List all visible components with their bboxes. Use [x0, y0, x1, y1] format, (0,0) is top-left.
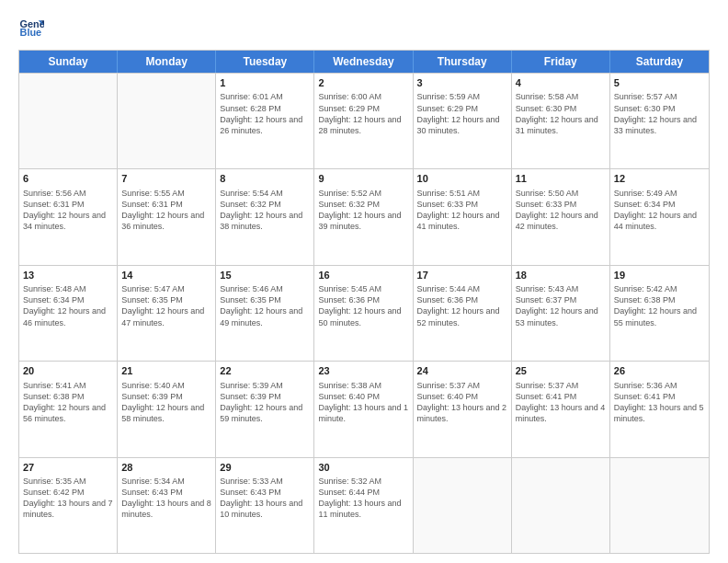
- calendar-day-18: 18Sunrise: 5:43 AMSunset: 6:37 PMDayligh…: [512, 266, 610, 361]
- sunset-text: Sunset: 6:39 PM: [220, 391, 310, 402]
- calendar-day-25: 25Sunrise: 5:37 AMSunset: 6:41 PMDayligh…: [512, 362, 610, 456]
- sunrise-text: Sunrise: 5:59 AM: [417, 91, 507, 102]
- sunset-text: Sunset: 6:33 PM: [516, 199, 606, 210]
- calendar-day-9: 9Sunrise: 5:52 AMSunset: 6:32 PMDaylight…: [314, 169, 413, 264]
- sunset-text: Sunset: 6:41 PM: [516, 391, 606, 402]
- header: General Blue: [18, 15, 710, 40]
- sunrise-text: Sunrise: 5:42 AM: [614, 283, 705, 294]
- header-day-saturday: Saturday: [610, 51, 709, 73]
- sunset-text: Sunset: 6:30 PM: [516, 103, 606, 114]
- sunrise-text: Sunrise: 5:49 AM: [614, 188, 705, 199]
- sunset-text: Sunset: 6:39 PM: [121, 391, 211, 402]
- calendar-day-5: 5Sunrise: 5:57 AMSunset: 6:30 PMDaylight…: [610, 74, 709, 168]
- calendar-day-29: 29Sunrise: 5:33 AMSunset: 6:43 PMDayligh…: [216, 458, 314, 553]
- calendar-week-3: 13Sunrise: 5:48 AMSunset: 6:34 PMDayligh…: [19, 265, 709, 361]
- calendar-week-2: 6Sunrise: 5:56 AMSunset: 6:31 PMDaylight…: [19, 168, 709, 264]
- day-number: 21: [121, 364, 211, 378]
- daylight-text: Daylight: 12 hours and 50 minutes.: [318, 305, 408, 327]
- calendar-day-2: 2Sunrise: 6:00 AMSunset: 6:29 PMDaylight…: [314, 74, 413, 168]
- daylight-text: Daylight: 12 hours and 56 minutes.: [23, 402, 113, 424]
- day-number: 26: [614, 364, 705, 378]
- daylight-text: Daylight: 12 hours and 38 minutes.: [220, 210, 310, 232]
- day-number: 17: [417, 269, 507, 282]
- sunrise-text: Sunrise: 5:55 AM: [121, 188, 211, 199]
- calendar-day-11: 11Sunrise: 5:50 AMSunset: 6:33 PMDayligh…: [512, 169, 610, 264]
- calendar-empty-cell: [118, 74, 216, 168]
- sunset-text: Sunset: 6:38 PM: [614, 294, 705, 305]
- daylight-text: Daylight: 12 hours and 26 minutes.: [220, 114, 310, 136]
- sunset-text: Sunset: 6:36 PM: [318, 294, 408, 305]
- header-day-thursday: Thursday: [414, 51, 512, 73]
- day-number: 8: [220, 172, 310, 186]
- sunrise-text: Sunrise: 5:43 AM: [516, 283, 606, 294]
- header-day-tuesday: Tuesday: [216, 51, 314, 73]
- calendar-week-1: 1Sunrise: 6:01 AMSunset: 6:28 PMDaylight…: [19, 73, 709, 168]
- daylight-text: Daylight: 13 hours and 7 minutes.: [23, 498, 113, 520]
- daylight-text: Daylight: 12 hours and 53 minutes.: [516, 305, 606, 327]
- day-number: 9: [318, 172, 408, 186]
- daylight-text: Daylight: 12 hours and 31 minutes.: [516, 114, 606, 136]
- daylight-text: Daylight: 13 hours and 5 minutes.: [614, 402, 705, 424]
- header-day-sunday: Sunday: [19, 51, 118, 73]
- calendar-day-4: 4Sunrise: 5:58 AMSunset: 6:30 PMDaylight…: [512, 74, 610, 168]
- sunset-text: Sunset: 6:40 PM: [417, 391, 507, 402]
- sunrise-text: Sunrise: 5:41 AM: [23, 380, 113, 391]
- sunset-text: Sunset: 6:44 PM: [318, 487, 408, 498]
- sunset-text: Sunset: 6:41 PM: [614, 391, 705, 402]
- calendar-empty-cell: [610, 458, 709, 553]
- calendar-day-1: 1Sunrise: 6:01 AMSunset: 6:28 PMDaylight…: [216, 74, 314, 168]
- calendar-day-17: 17Sunrise: 5:44 AMSunset: 6:36 PMDayligh…: [414, 266, 512, 361]
- sunrise-text: Sunrise: 5:44 AM: [417, 283, 507, 294]
- daylight-text: Daylight: 12 hours and 46 minutes.: [23, 305, 113, 327]
- calendar-day-3: 3Sunrise: 5:59 AMSunset: 6:29 PMDaylight…: [414, 74, 512, 168]
- day-number: 12: [614, 172, 705, 186]
- day-number: 22: [220, 364, 310, 378]
- day-number: 3: [417, 76, 507, 90]
- daylight-text: Daylight: 12 hours and 55 minutes.: [614, 305, 705, 327]
- sunrise-text: Sunrise: 5:39 AM: [220, 380, 310, 391]
- sunrise-text: Sunrise: 6:01 AM: [220, 91, 310, 102]
- daylight-text: Daylight: 12 hours and 47 minutes.: [121, 305, 211, 327]
- day-number: 18: [516, 269, 606, 282]
- calendar-day-15: 15Sunrise: 5:46 AMSunset: 6:35 PMDayligh…: [216, 266, 314, 361]
- calendar-header-row: SundayMondayTuesdayWednesdayThursdayFrid…: [19, 51, 709, 73]
- day-number: 23: [318, 364, 408, 378]
- daylight-text: Daylight: 12 hours and 30 minutes.: [417, 114, 507, 136]
- sunset-text: Sunset: 6:37 PM: [516, 294, 606, 305]
- calendar-day-22: 22Sunrise: 5:39 AMSunset: 6:39 PMDayligh…: [216, 362, 314, 456]
- sunset-text: Sunset: 6:40 PM: [318, 391, 408, 402]
- daylight-text: Daylight: 13 hours and 2 minutes.: [417, 402, 507, 424]
- sunrise-text: Sunrise: 5:33 AM: [220, 476, 310, 487]
- calendar-day-13: 13Sunrise: 5:48 AMSunset: 6:34 PMDayligh…: [19, 266, 118, 361]
- calendar-day-23: 23Sunrise: 5:38 AMSunset: 6:40 PMDayligh…: [314, 362, 413, 456]
- calendar-day-27: 27Sunrise: 5:35 AMSunset: 6:42 PMDayligh…: [19, 458, 118, 553]
- day-number: 25: [516, 364, 606, 378]
- daylight-text: Daylight: 13 hours and 11 minutes.: [318, 498, 408, 520]
- calendar-day-6: 6Sunrise: 5:56 AMSunset: 6:31 PMDaylight…: [19, 169, 118, 264]
- sunrise-text: Sunrise: 5:58 AM: [516, 91, 606, 102]
- calendar-day-19: 19Sunrise: 5:42 AMSunset: 6:38 PMDayligh…: [610, 266, 709, 361]
- sunrise-text: Sunrise: 6:00 AM: [318, 91, 408, 102]
- daylight-text: Daylight: 12 hours and 59 minutes.: [220, 402, 310, 424]
- daylight-text: Daylight: 12 hours and 58 minutes.: [121, 402, 211, 424]
- day-number: 14: [121, 269, 211, 282]
- sunset-text: Sunset: 6:29 PM: [318, 103, 408, 114]
- sunrise-text: Sunrise: 5:37 AM: [417, 380, 507, 391]
- calendar-day-24: 24Sunrise: 5:37 AMSunset: 6:40 PMDayligh…: [414, 362, 512, 456]
- sunset-text: Sunset: 6:42 PM: [23, 487, 113, 498]
- sunset-text: Sunset: 6:43 PM: [121, 487, 211, 498]
- sunset-text: Sunset: 6:36 PM: [417, 294, 507, 305]
- daylight-text: Daylight: 13 hours and 10 minutes.: [220, 498, 310, 520]
- sunset-text: Sunset: 6:31 PM: [23, 199, 113, 210]
- day-number: 20: [23, 364, 113, 378]
- page: General Blue SundayMondayTuesdayWednesda…: [0, 0, 728, 563]
- calendar-day-8: 8Sunrise: 5:54 AMSunset: 6:32 PMDaylight…: [216, 169, 314, 264]
- daylight-text: Daylight: 13 hours and 1 minute.: [318, 402, 408, 424]
- day-number: 2: [318, 76, 408, 90]
- sunrise-text: Sunrise: 5:52 AM: [318, 188, 408, 199]
- calendar-day-30: 30Sunrise: 5:32 AMSunset: 6:44 PMDayligh…: [314, 458, 413, 553]
- day-number: 6: [23, 172, 113, 186]
- daylight-text: Daylight: 12 hours and 36 minutes.: [121, 210, 211, 232]
- sunrise-text: Sunrise: 5:37 AM: [516, 380, 606, 391]
- sunrise-text: Sunrise: 5:56 AM: [23, 188, 113, 199]
